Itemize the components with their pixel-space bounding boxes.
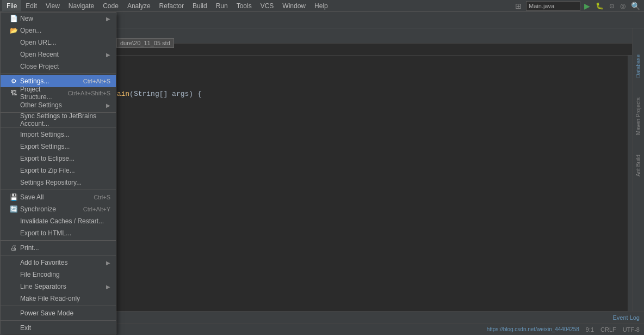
menu-item-import-settings[interactable]: Import Settings...: [1, 129, 116, 141]
run-config-input[interactable]: [526, 1, 580, 11]
menu-item-export-eclipse[interactable]: Export to Eclipse...: [1, 153, 116, 165]
menu-navigate[interactable]: Navigate: [64, 0, 98, 12]
arrow-icon-line-sep: ▶: [106, 284, 110, 290]
menu-vcs[interactable]: VCS: [256, 0, 278, 12]
open-recent-icon: [9, 50, 18, 59]
menu-sep-1: [1, 74, 116, 74]
menu-run[interactable]: Run: [212, 0, 232, 12]
menu-item-project-structure[interactable]: 🏗 Project Structure... Ctrl+Alt+Shift+S: [1, 87, 116, 99]
menu-item-close-project-label: Close Project: [20, 63, 59, 70]
menu-item-make-readonly-label: Make File Read-only: [20, 295, 80, 302]
menu-item-synchronize-label: Synchronize: [20, 205, 56, 213]
settings-repo-icon: [9, 178, 18, 187]
database-panel-tab[interactable]: Database: [634, 50, 642, 82]
menu-bar: File Edit View Navigate Code Analyze Ref…: [0, 0, 644, 12]
maven-panel-tab[interactable]: Maven Projects: [634, 93, 642, 139]
search-everywhere-icon[interactable]: 🔍: [629, 2, 642, 10]
menu-item-invalidate-caches[interactable]: Invalidate Caches / Restart...: [1, 215, 116, 227]
menu-item-sync-settings[interactable]: Sync Settings to JetBrains Account...: [1, 114, 116, 126]
event-log-link[interactable]: Event Log: [612, 314, 640, 321]
menu-item-file-encoding-label: File Encoding: [20, 271, 60, 278]
status-utf[interactable]: UTF-8: [623, 326, 640, 333]
menu-help[interactable]: Help: [310, 0, 332, 12]
status-encoding[interactable]: CRLF: [600, 326, 616, 333]
run-icon[interactable]: ▶: [583, 2, 592, 10]
menu-item-synchronize[interactable]: 🔄 Synchronize Ctrl+Alt+Y: [1, 203, 116, 215]
right-panel: Database Maven Projects Ant Build: [632, 28, 644, 311]
menu-item-export-html[interactable]: Export to HTML...: [1, 227, 116, 239]
menu-item-close-project[interactable]: Close Project: [1, 60, 116, 72]
menu-item-save-all-label: Save All: [20, 193, 44, 201]
menu-item-add-favorites-label: Add to Favorites: [20, 259, 67, 266]
exit-icon: [9, 324, 18, 332]
print-menu-icon: 🖨: [9, 243, 18, 252]
menu-analyze[interactable]: Analyze: [123, 0, 155, 12]
other-settings-icon: [9, 101, 18, 109]
menu-view[interactable]: View: [41, 0, 64, 12]
menu-item-sync-settings-label: Sync Settings to JetBrains Account...: [20, 112, 110, 127]
menu-item-add-favorites[interactable]: Add to Favorites ▶: [1, 257, 116, 269]
invalidate-icon: [9, 217, 18, 226]
editor-scrollbar[interactable]: [628, 56, 632, 311]
menu-item-new[interactable]: 📄 New ▶: [1, 13, 116, 25]
arrow-icon-new: ▶: [106, 16, 110, 22]
menu-item-export-settings[interactable]: Export Settings...: [1, 141, 116, 153]
menu-item-exit[interactable]: Exit: [1, 322, 116, 334]
menu-item-other-settings[interactable]: Other Settings ▶: [1, 99, 116, 111]
file-menu-dropdown: 📄 New ▶ 📂 Open... Open URL... Open Recen…: [0, 12, 116, 334]
line-sep-icon: [9, 282, 18, 291]
file-new-icon: 📄: [9, 14, 18, 23]
menu-item-settings-shortcut: Ctrl+Alt+S: [83, 78, 110, 84]
arrow-icon-favorites: ▶: [106, 260, 110, 266]
menu-file[interactable]: File: [2, 0, 21, 12]
menu-build[interactable]: Build: [188, 0, 212, 12]
debug-icon[interactable]: 🐛: [594, 2, 605, 10]
menu-item-import-settings-label: Import Settings...: [20, 131, 70, 138]
profile-icon[interactable]: ◎: [618, 2, 627, 10]
menu-window[interactable]: Window: [278, 0, 310, 12]
menu-item-open-url[interactable]: Open URL...: [1, 36, 116, 48]
menu-item-file-encoding[interactable]: File Encoding: [1, 269, 116, 281]
menu-item-export-zip-label: Export to Zip File...: [20, 167, 75, 174]
menu-refactor[interactable]: Refactor: [155, 0, 188, 12]
menu-item-open-recent-label: Open Recent: [20, 51, 59, 58]
ant-panel-tab[interactable]: Ant Build: [634, 150, 642, 181]
menu-sep-4: [1, 190, 116, 190]
menu-item-save-all[interactable]: 💾 Save All Ctrl+S: [1, 191, 116, 203]
menu-tools[interactable]: Tools: [232, 0, 256, 12]
menu-item-export-settings-label: Export Settings...: [20, 143, 70, 150]
menu-item-new-label: New: [20, 15, 33, 22]
menu-item-export-zip[interactable]: Export to Zip File...: [1, 165, 116, 176]
export-html-icon: [9, 229, 18, 237]
menu-item-settings-repo-label: Settings Repository...: [20, 179, 82, 186]
arrow-icon-other: ▶: [106, 102, 110, 108]
menu-item-print[interactable]: 🖨 Print...: [1, 242, 116, 254]
menu-sep-5: [1, 240, 116, 241]
code-content[interactable]: public class Main { public static void m…: [40, 56, 628, 311]
synchronize-icon: 🔄: [9, 205, 18, 214]
status-url: https://blog.csdn.net/weixin_44404258: [487, 326, 579, 333]
layout-icon[interactable]: ⊞: [513, 2, 524, 10]
menu-item-print-label: Print...: [20, 244, 39, 252]
status-position[interactable]: 9:1: [586, 326, 594, 333]
menu-item-settings-repo[interactable]: Settings Repository...: [1, 176, 116, 188]
menu-item-open[interactable]: 📂 Open...: [1, 25, 116, 36]
menu-item-settings-label: Settings...: [20, 77, 49, 85]
save-all-icon: 💾: [9, 193, 18, 202]
menu-sep-7: [1, 306, 116, 306]
sync-settings-icon: [9, 115, 18, 124]
settings-menu-icon: ⚙: [9, 77, 18, 86]
menu-edit[interactable]: Edit: [21, 0, 41, 12]
readonly-icon: [9, 294, 18, 303]
favorites-add-icon: [9, 258, 18, 267]
menu-item-make-readonly[interactable]: Make File Read-only: [1, 293, 116, 304]
arrow-icon-recent: ▶: [106, 52, 110, 58]
menu-item-power-save[interactable]: Power Save Mode: [1, 307, 116, 319]
menu-item-open-recent[interactable]: Open Recent ▶: [1, 48, 116, 60]
coverage-icon[interactable]: ⊙: [608, 2, 616, 10]
menu-code[interactable]: Code: [98, 0, 123, 12]
file-encoding-icon: [9, 270, 18, 279]
close-project-icon: [9, 62, 18, 71]
menu-item-line-separators[interactable]: Line Separators ▶: [1, 281, 116, 293]
status-right: https://blog.csdn.net/weixin_44404258 9:…: [487, 326, 640, 333]
